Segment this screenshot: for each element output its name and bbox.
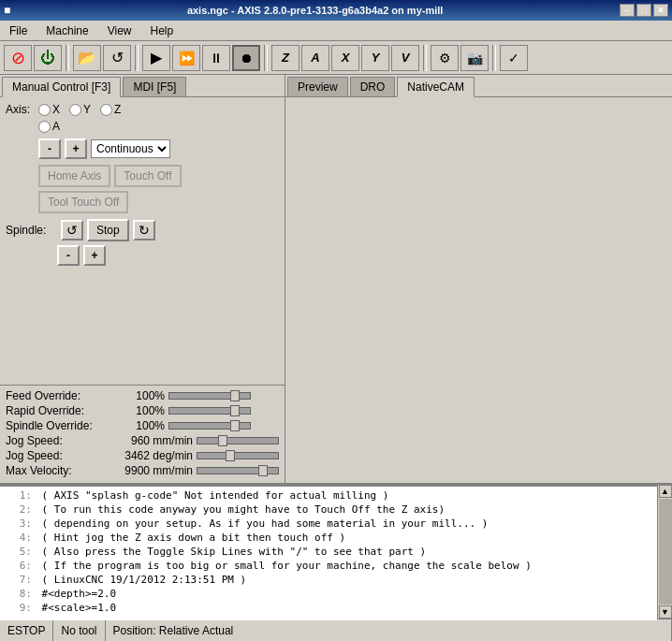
log-line-1: 1: ( AXIS "splash g-code" Not intended f… xyxy=(4,488,653,503)
tool-touch-off-btn[interactable]: Tool Touch Off xyxy=(38,191,128,213)
jog-speed-value1: 960 mm/min xyxy=(118,434,193,447)
maximize-button[interactable]: □ xyxy=(636,4,651,17)
run-from-line-btn[interactable]: ⏩ xyxy=(172,45,200,71)
manual-control-panel: Axis: X Y Z A xyxy=(0,97,285,385)
jog-mode-select[interactable]: Continuous 0.0001 0.001 0.010 0.1000 1.0… xyxy=(91,139,170,158)
run-btn[interactable]: ▶ xyxy=(142,45,170,71)
log-num-9: 9: xyxy=(4,601,32,615)
log-line-5: 5: ( Also press the Toggle Skip Lines wi… xyxy=(4,545,653,559)
titlebar-controls: ─ □ ✕ xyxy=(620,4,668,17)
tool-btn[interactable]: ⚙ xyxy=(431,45,459,71)
max-velocity-slider[interactable] xyxy=(197,467,279,474)
jog-speed-slider2[interactable] xyxy=(197,452,279,459)
jog-speed-slider1[interactable] xyxy=(197,437,279,444)
preview-area xyxy=(285,97,672,483)
menu-file[interactable]: File xyxy=(4,22,33,39)
menu-view[interactable]: View xyxy=(102,22,138,39)
log-text-2: ( To run this code anyway you might have… xyxy=(36,503,445,516)
touchoff-x-btn[interactable]: X xyxy=(331,45,359,71)
axis-a-radio[interactable] xyxy=(38,121,51,133)
feed-override-value: 100% xyxy=(118,389,165,402)
axis-row: Axis: X Y Z xyxy=(6,103,279,116)
pause-btn[interactable]: ⏸ xyxy=(202,45,230,71)
open-file-btn[interactable]: 📂 xyxy=(73,45,101,71)
tab-manual[interactable]: Manual Control [F3] xyxy=(2,77,121,97)
spindle-stop-btn[interactable]: Stop xyxy=(87,219,129,241)
window-title: axis.ngc - AXIS 2.8.0-pre1-3133-g6a3b4a2… xyxy=(10,5,620,16)
jog-minus-btn[interactable]: - xyxy=(38,138,61,159)
scroll-up-btn[interactable]: ▲ xyxy=(659,485,672,498)
touch-off-btn[interactable]: Touch Off xyxy=(114,165,181,187)
check-btn[interactable]: ✓ xyxy=(500,45,528,71)
toolbar-sep2 xyxy=(135,45,139,71)
spindle-cw-btn[interactable]: ↻ xyxy=(133,220,155,240)
rapid-override-value: 100% xyxy=(118,404,165,417)
spindle-override-slider[interactable] xyxy=(168,422,251,430)
tab-nativecam[interactable]: NativeCAM xyxy=(397,77,475,97)
log-line-4: 4: ( Hint jog the Z axis down a bit then… xyxy=(4,531,653,545)
reload-btn[interactable]: ↺ xyxy=(103,45,131,71)
tab-mdi[interactable]: MDI [F5] xyxy=(123,77,186,96)
axis-a-option[interactable]: A xyxy=(38,120,279,133)
log-text-7: ( LinuxCNC 19/1/2012 2:13:51 PM ) xyxy=(36,574,246,586)
log-num-4: 4: xyxy=(4,531,32,545)
spindle-minus-btn[interactable]: - xyxy=(57,245,80,266)
axis-y-option[interactable]: Y xyxy=(69,103,91,116)
control-tabs: Manual Control [F3] MDI [F5] xyxy=(0,75,285,97)
position-status: Position: Relative Actual xyxy=(106,619,673,641)
jog-plus-btn[interactable]: + xyxy=(65,138,87,159)
axis-x-radio[interactable] xyxy=(38,104,51,116)
emergency-stop-btn[interactable]: ⊘ xyxy=(4,45,32,71)
log-num-2: 2: xyxy=(4,503,32,517)
home-axis-btn[interactable]: Home Axis xyxy=(38,165,110,187)
log-text-4: ( Hint jog the Z axis down a bit then to… xyxy=(36,532,345,544)
axis-y-radio[interactable] xyxy=(69,104,81,116)
window-icon: ■ xyxy=(4,4,10,17)
camera-btn[interactable]: 📷 xyxy=(460,45,489,71)
overrides-panel: Feed Override: 100% Rapid Override: 100%… xyxy=(0,385,285,483)
log-section: 1: ( AXIS "splash g-code" Not intended f… xyxy=(0,483,672,619)
log-num-8: 8: xyxy=(4,587,32,601)
spindle-plus-btn[interactable]: + xyxy=(83,245,106,266)
minimize-button[interactable]: ─ xyxy=(620,4,635,17)
axis-x-option[interactable]: X xyxy=(38,103,60,116)
spindle-override-row: Spindle Override: 100% xyxy=(6,419,279,432)
scroll-track xyxy=(659,499,672,605)
toolbar-sep4 xyxy=(423,45,427,71)
close-button[interactable]: ✕ xyxy=(653,4,668,17)
feed-override-slider[interactable] xyxy=(168,392,251,400)
axis-z-radio[interactable] xyxy=(100,104,112,116)
spindle-ccw-btn[interactable]: ↺ xyxy=(61,220,83,240)
jog-speed-row1: Jog Speed: 960 mm/min xyxy=(6,434,279,447)
log-scrollbar[interactable]: ▲ ▼ xyxy=(657,485,672,619)
menu-machine[interactable]: Machine xyxy=(40,22,94,39)
right-section: Preview DRO NativeCAM xyxy=(285,75,672,483)
tab-preview[interactable]: Preview xyxy=(287,77,348,96)
axis-radio-group: X Y Z xyxy=(38,103,121,116)
tool-status: No tool xyxy=(53,619,105,641)
log-num-1: 1: xyxy=(4,488,32,503)
jog-speed-row2: Jog Speed: 3462 deg/min xyxy=(6,449,279,462)
max-velocity-row: Max Velocity: 9900 mm/min xyxy=(6,464,279,477)
log-text-5: ( Also press the Toggle Skip Lines with … xyxy=(36,546,426,558)
tab-dro[interactable]: DRO xyxy=(350,77,396,96)
log-area: 1: ( AXIS "splash g-code" Not intended f… xyxy=(0,485,657,620)
menu-help[interactable]: Help xyxy=(145,22,180,39)
toolbar: ⊘ ⏻ 📂 ↺ ▶ ⏩ ⏸ ⏺ Z A X Y V ⚙ 📷 ✓ xyxy=(0,41,672,75)
power-btn[interactable]: ⏻ xyxy=(34,45,62,71)
axis-z-option[interactable]: Z xyxy=(100,103,121,116)
log-text-3: ( depending on your setup. As if you had… xyxy=(36,517,488,530)
jog-speed-value2: 3462 deg/min xyxy=(118,449,193,462)
tool-touch-row: Tool Touch Off xyxy=(38,191,279,213)
touchoff-y-btn[interactable]: Y xyxy=(361,45,389,71)
step-btn[interactable]: ⏺ xyxy=(232,45,260,71)
touchoff-v-btn[interactable]: V xyxy=(391,45,419,71)
log-num-6: 6: xyxy=(4,559,32,573)
touchoff-z-btn[interactable]: Z xyxy=(271,45,299,71)
rapid-override-slider[interactable] xyxy=(168,407,251,415)
toolbar-sep5 xyxy=(492,45,496,71)
touchoff-a-btn[interactable]: A xyxy=(301,45,329,71)
scroll-down-btn[interactable]: ▼ xyxy=(659,605,672,619)
axis-a-row: A xyxy=(38,120,279,133)
log-text-9: #<scale>=1.0 xyxy=(36,602,116,614)
